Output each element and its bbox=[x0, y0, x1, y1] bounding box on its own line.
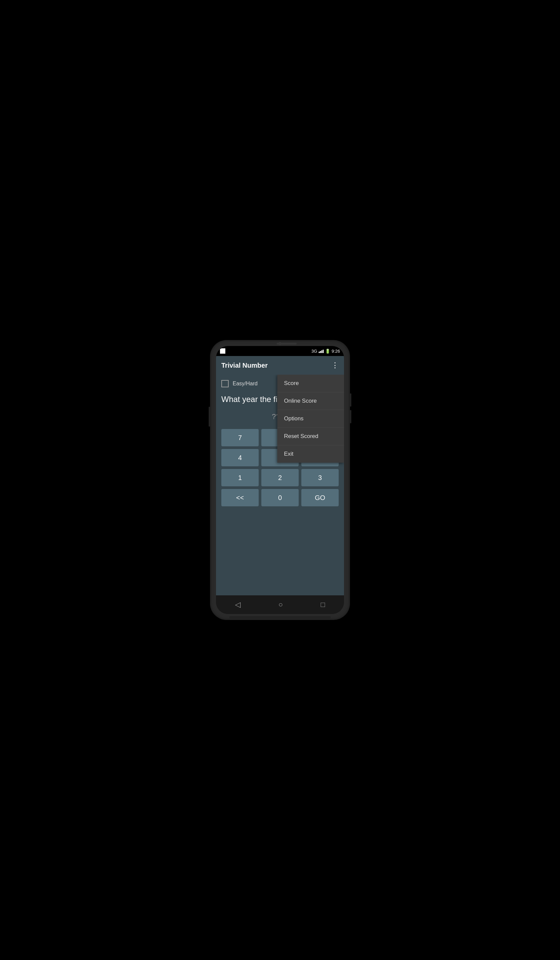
menu-item-exit[interactable]: Exit bbox=[277, 445, 344, 462]
phone-device: 3G 🔋 9:26 Trivial Number ⋮ Easy/Hard bbox=[210, 340, 350, 620]
signal-bars bbox=[318, 349, 324, 353]
num-btn-0[interactable]: 0 bbox=[261, 489, 299, 506]
num-btn-2[interactable]: 2 bbox=[261, 469, 299, 486]
dropdown-menu: Score Online Score Options Reset Scored … bbox=[277, 375, 344, 462]
num-btn-backspace[interactable]: << bbox=[221, 489, 259, 506]
num-btn-4[interactable]: 4 bbox=[221, 449, 259, 466]
bottom-grille bbox=[229, 616, 331, 619]
screen-content: Easy/Hard 50 What year the film Rocky? ?… bbox=[216, 375, 344, 595]
status-left bbox=[220, 348, 226, 354]
nav-bar: ◁ ○ □ bbox=[216, 595, 344, 614]
num-btn-1[interactable]: 1 bbox=[221, 469, 259, 486]
speaker bbox=[277, 343, 297, 345]
easy-hard-checkbox[interactable] bbox=[221, 380, 229, 387]
app-bar: Trivial Number ⋮ bbox=[216, 356, 344, 375]
menu-item-reset-scored[interactable]: Reset Scored bbox=[277, 428, 344, 445]
vol-down-button[interactable] bbox=[350, 410, 351, 423]
back-button[interactable]: ◁ bbox=[228, 598, 247, 612]
status-right: 3G 🔋 9:26 bbox=[311, 349, 340, 354]
recents-button[interactable]: □ bbox=[314, 598, 332, 612]
menu-item-options[interactable]: Options bbox=[277, 410, 344, 428]
battery-indicator: 🔋 bbox=[325, 349, 330, 354]
num-btn-7[interactable]: 7 bbox=[221, 429, 259, 446]
signal-bar-1 bbox=[318, 352, 320, 353]
app-title: Trivial Number bbox=[221, 362, 331, 370]
signal-bar-4 bbox=[323, 350, 324, 353]
overflow-menu-icon[interactable]: ⋮ bbox=[331, 361, 339, 370]
signal-bar-3 bbox=[322, 350, 322, 353]
difficulty-label: Easy/Hard bbox=[233, 381, 258, 387]
time-display: 9:26 bbox=[332, 349, 340, 354]
num-btn-go[interactable]: GO bbox=[301, 489, 339, 506]
status-bar: 3G 🔋 9:26 bbox=[216, 346, 344, 356]
vol-up-button[interactable] bbox=[350, 393, 351, 407]
menu-item-online-score[interactable]: Online Score bbox=[277, 392, 344, 410]
home-button[interactable]: ○ bbox=[272, 598, 290, 612]
network-indicator: 3G bbox=[311, 349, 317, 354]
power-button[interactable] bbox=[209, 407, 210, 427]
menu-item-score[interactable]: Score bbox=[277, 375, 344, 392]
num-btn-3[interactable]: 3 bbox=[301, 469, 339, 486]
phone-screen: 3G 🔋 9:26 Trivial Number ⋮ Easy/Hard bbox=[216, 346, 344, 614]
signal-bar-2 bbox=[320, 351, 321, 353]
sim-icon bbox=[220, 348, 226, 354]
